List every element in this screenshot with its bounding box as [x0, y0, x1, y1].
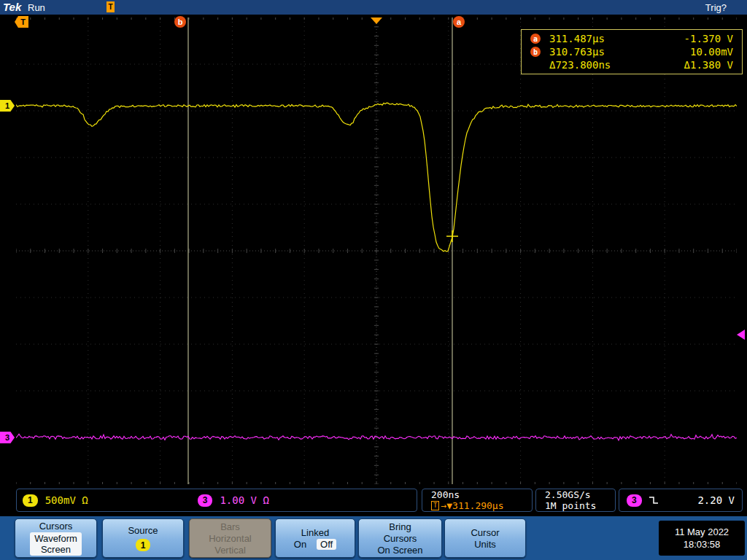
horizontal-box[interactable]: 200ns T →▼ 311.290µs	[422, 489, 533, 512]
bottom-status-bar: 1 500mV Ω 3 1.00 V Ω 200ns T →▼ 311.290µ…	[0, 487, 747, 516]
tek-logo: Tek	[3, 1, 21, 13]
cursor-b-value: 10.00mV	[690, 46, 733, 58]
cursor-b-badge[interactable]: b	[174, 16, 186, 28]
channel-3-marker[interactable]: 3	[0, 432, 15, 443]
option-screen[interactable]: Screen	[41, 544, 71, 555]
button-line-1: Cursor	[471, 527, 499, 538]
option-on[interactable]: On	[294, 539, 306, 550]
source-channel-badge[interactable]: 1	[136, 539, 151, 551]
cursor-b-time: 310.763µs	[549, 46, 637, 58]
trigger-t-icon: T	[431, 501, 439, 510]
cursor-a-icon: a	[530, 34, 541, 44]
horizontal-delay: T →▼ 311.290µs	[431, 500, 504, 511]
acquisition-box[interactable]: 2.50GS/s 1M points	[535, 489, 616, 512]
button-line-1: Bring	[389, 521, 411, 532]
timebase: 200ns	[431, 489, 460, 500]
sample-rate: 2.50GS/s	[545, 489, 591, 500]
button-line-3: On Screen	[377, 545, 422, 556]
cursor-readout-panel: a 311.487µs -1.370 V b 310.763µs 10.00mV…	[521, 29, 743, 74]
cursor-a-badge[interactable]: a	[453, 16, 465, 28]
channel-1-marker[interactable]: 1	[0, 100, 15, 112]
cursor-delta-time: Δ723.800ns	[549, 59, 637, 71]
option-waveform[interactable]: Waveform	[34, 533, 77, 544]
cursors-mode-options[interactable]: Waveform Screen	[30, 532, 82, 556]
soft-menu-bar: Cursors Waveform Screen Source 1 Bars Ho…	[0, 516, 747, 560]
cursor-a-value: -1.370 V	[684, 33, 733, 44]
cursors-mode-button[interactable]: Cursors Waveform Screen	[15, 518, 97, 558]
bring-cursors-button[interactable]: Bring Cursors On Screen	[358, 518, 442, 558]
time: 18:03:58	[684, 539, 721, 550]
delay-arrow-icon: →▼	[441, 500, 452, 511]
trigger-level-arrow-icon	[737, 330, 745, 340]
option-horizontal: Horizontal	[209, 533, 252, 544]
bars-button: Bars Horizontal Vertical	[189, 518, 271, 558]
ch3-badge[interactable]: 3	[198, 494, 213, 507]
option-vertical: Vertical	[214, 545, 246, 556]
cursor-a-row: a 311.487µs -1.370 V	[530, 33, 733, 45]
linked-button[interactable]: Linked On Off	[275, 518, 355, 558]
ch3-scale: 1.00 V Ω	[220, 494, 268, 506]
trigger-status: Trig?	[705, 2, 727, 13]
button-title: Source	[128, 525, 158, 536]
button-line-2: Cursors	[384, 533, 417, 544]
option-off[interactable]: Off	[317, 539, 336, 550]
graticule	[16, 18, 737, 484]
trigger-level: 2.20 V	[697, 494, 735, 506]
date-time-display: 11 May 2022 18:03:58	[659, 521, 745, 556]
acquisition-status: Run	[28, 2, 45, 13]
ch1-scale: 500mV Ω	[45, 494, 88, 506]
cursor-delta-value: Δ1.380 V	[684, 59, 733, 71]
cursor-delta-row: Δ723.800ns Δ1.380 V	[530, 59, 733, 71]
trigger-box[interactable]: 3 2.20 V	[619, 489, 743, 512]
ch1-waveform	[16, 103, 737, 252]
top-status-bar: Tek Run T Trig?	[0, 0, 747, 15]
trigger-source-badge[interactable]: 3	[627, 494, 642, 507]
record-length: 1M points	[545, 500, 596, 511]
oscilloscope-screen: Tek Run T Trig? T b a 1 3 a 311.487µs -1…	[0, 0, 747, 560]
button-title: Linked	[301, 527, 329, 538]
source-button[interactable]: Source 1	[102, 518, 184, 558]
ch1-badge[interactable]: 1	[23, 494, 38, 507]
cursor-units-button[interactable]: Cursor Units	[444, 518, 526, 558]
button-title: Bars	[220, 521, 240, 532]
trigger-position-icon[interactable]	[371, 18, 382, 24]
button-title: Cursors	[39, 521, 73, 532]
cursor-a-time: 311.487µs	[549, 33, 637, 44]
cursor-b-icon: b	[530, 47, 541, 57]
trigger-flag-icon: T	[107, 1, 115, 12]
date: 11 May 2022	[675, 526, 729, 537]
delay-value: 311.290µs	[452, 500, 503, 511]
channel-scales-box[interactable]: 1 500mV Ω 3 1.00 V Ω	[16, 489, 417, 512]
cursor-b-row: b 310.763µs 10.00mV	[530, 46, 733, 58]
button-line-2: Units	[474, 539, 496, 550]
trigger-slope-icon	[648, 494, 659, 506]
